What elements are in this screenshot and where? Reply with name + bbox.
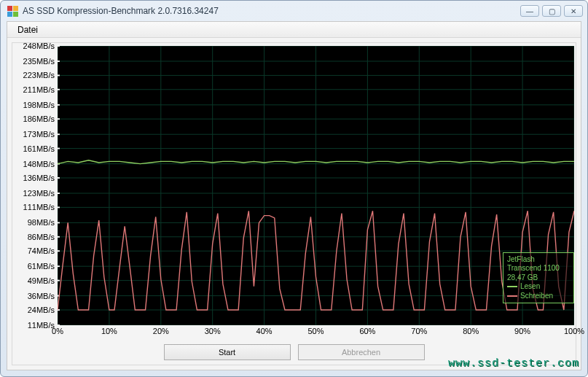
y-tick-label: 111MB/s	[23, 203, 55, 211]
y-tick-label: 61MB/s	[28, 262, 55, 271]
y-tick-label: 173MB/s	[23, 130, 55, 139]
chart-plot: JetFlash Transcend 1100 28,47 GB Lesen S…	[58, 46, 574, 325]
x-axis: 0%10%20%30%40%50%60%70%80%90%100%	[58, 327, 574, 340]
x-tick-label: 100%	[564, 327, 584, 335]
legend-swatch-read	[507, 286, 517, 287]
legend-row-read: Lesen	[507, 282, 570, 292]
x-tick-label: 90%	[514, 327, 530, 335]
y-tick-label: 235MB/s	[23, 57, 55, 66]
y-tick-label: 248MB/s	[23, 42, 55, 50]
y-tick-label: 211MB/s	[23, 85, 55, 94]
x-tick-label: 80%	[463, 327, 479, 335]
cancel-button: Abbrechen	[298, 344, 425, 360]
legend-capacity: 28,47 GB	[507, 273, 570, 283]
menubar: Datei	[7, 22, 581, 38]
legend-device: JetFlash Transcend 1100	[507, 255, 570, 273]
x-tick-label: 30%	[205, 327, 221, 335]
y-tick-label: 36MB/s	[28, 292, 55, 300]
chart-panel: 11MB/s24MB/s36MB/s49MB/s61MB/s74MB/s86MB…	[12, 42, 576, 365]
legend-swatch-write	[507, 295, 517, 297]
client-area: Datei 11MB/s24MB/s36MB/s49MB/s61MB/s74MB…	[7, 21, 581, 370]
app-icon	[7, 5, 18, 17]
y-tick-label: 161MB/s	[23, 144, 55, 153]
y-tick-label: 74MB/s	[28, 246, 55, 255]
app-window: AS SSD Kompression-Benchmark 2.0.7316.34…	[0, 0, 588, 377]
window-controls: — ▢ ✕	[520, 5, 583, 17]
y-tick-label: 86MB/s	[28, 233, 55, 241]
titlebar[interactable]: AS SSD Kompression-Benchmark 2.0.7316.34…	[1, 1, 587, 21]
button-row: Start Abbrechen	[12, 340, 576, 365]
chart-area: 11MB/s24MB/s36MB/s49MB/s61MB/s74MB/s86MB…	[12, 43, 576, 340]
y-tick-label: 49MB/s	[28, 276, 55, 285]
y-tick-label: 24MB/s	[28, 306, 55, 314]
minimize-button[interactable]: —	[520, 5, 539, 17]
legend-write-label: Schreiben	[520, 292, 553, 301]
y-tick-label: 186MB/s	[23, 114, 55, 123]
y-tick-label: 148MB/s	[23, 160, 55, 168]
x-tick-label: 20%	[153, 327, 169, 335]
y-tick-label: 136MB/s	[23, 174, 55, 182]
menu-file[interactable]: Datei	[13, 23, 42, 36]
x-tick-label: 40%	[256, 327, 273, 335]
legend-box: JetFlash Transcend 1100 28,47 GB Lesen S…	[503, 252, 574, 304]
y-tick-label: 198MB/s	[23, 101, 55, 109]
close-button[interactable]: ✕	[564, 5, 583, 17]
x-tick-label: 0%	[52, 327, 63, 335]
x-tick-label: 10%	[101, 327, 117, 335]
y-tick-label: 11MB/s	[28, 321, 55, 330]
x-tick-label: 50%	[307, 327, 324, 335]
maximize-button[interactable]: ▢	[542, 5, 561, 17]
x-tick-label: 70%	[411, 327, 427, 335]
y-tick-label: 98MB/s	[28, 218, 55, 227]
window-title: AS SSD Kompression-Benchmark 2.0.7316.34…	[23, 6, 520, 16]
y-tick-label: 223MB/s	[23, 71, 55, 79]
legend-row-write: Schreiben	[507, 292, 570, 301]
x-tick-label: 60%	[359, 327, 375, 335]
y-axis: 11MB/s24MB/s36MB/s49MB/s61MB/s74MB/s86MB…	[12, 43, 58, 325]
legend-read-label: Lesen	[520, 282, 540, 292]
y-tick-label: 123MB/s	[23, 189, 55, 198]
start-button[interactable]: Start	[164, 344, 291, 360]
